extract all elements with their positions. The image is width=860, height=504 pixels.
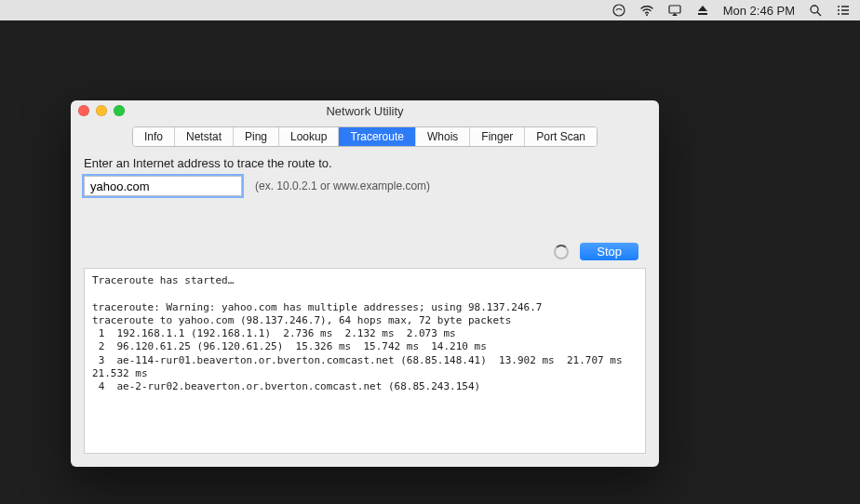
- content-area: Enter an Internet address to trace the r…: [71, 156, 659, 467]
- output-area[interactable]: Traceroute has started… traceroute: Warn…: [84, 268, 646, 454]
- window-title: Network Utility: [326, 104, 403, 118]
- zoom-icon[interactable]: [114, 105, 125, 116]
- airplay-icon[interactable]: [667, 3, 682, 18]
- svg-point-8: [838, 13, 840, 15]
- prompt-label: Enter an Internet address to trace the r…: [84, 156, 646, 170]
- tab-lookup[interactable]: Lookup: [279, 127, 339, 146]
- input-row: (ex. 10.0.2.1 or www.example.com): [84, 176, 646, 196]
- menubar: Mon 2:46 PM: [0, 0, 860, 20]
- search-icon[interactable]: [808, 3, 823, 18]
- tab-netstat[interactable]: Netstat: [175, 127, 234, 146]
- svg-line-5: [817, 12, 821, 16]
- tab-info[interactable]: Info: [133, 127, 175, 146]
- tabbar: Info Netstat Ping Lookup Traceroute Whoi…: [71, 121, 659, 156]
- close-icon[interactable]: [78, 105, 89, 116]
- cloud-icon[interactable]: [611, 3, 626, 18]
- svg-point-4: [811, 6, 818, 13]
- svg-rect-3: [698, 13, 707, 15]
- desktop: Network Utility Info Netstat Ping Lookup…: [0, 20, 860, 504]
- svg-rect-2: [669, 6, 680, 13]
- tab-finger[interactable]: Finger: [470, 127, 525, 146]
- list-icon[interactable]: [836, 3, 851, 18]
- tab-whois[interactable]: Whois: [416, 127, 470, 146]
- tab-segment: Info Netstat Ping Lookup Traceroute Whoi…: [132, 126, 598, 147]
- svg-point-6: [838, 6, 840, 7]
- action-row: Stop: [91, 243, 638, 260]
- input-hint: (ex. 10.0.2.1 or www.example.com): [255, 179, 430, 192]
- svg-point-1: [646, 14, 648, 16]
- svg-point-0: [613, 5, 625, 16]
- address-input[interactable]: [84, 176, 242, 196]
- spinner-icon: [554, 245, 569, 259]
- wifi-icon[interactable]: [639, 3, 654, 18]
- tab-traceroute[interactable]: Traceroute: [339, 127, 416, 146]
- stop-button[interactable]: Stop: [580, 243, 638, 260]
- tab-ping[interactable]: Ping: [234, 127, 279, 146]
- eject-icon[interactable]: [695, 3, 710, 18]
- titlebar[interactable]: Network Utility: [71, 100, 659, 121]
- tab-portscan[interactable]: Port Scan: [525, 127, 597, 146]
- clock[interactable]: Mon 2:46 PM: [723, 4, 795, 18]
- minimize-icon[interactable]: [96, 105, 107, 116]
- svg-point-7: [838, 9, 840, 11]
- network-utility-window: Network Utility Info Netstat Ping Lookup…: [71, 100, 659, 467]
